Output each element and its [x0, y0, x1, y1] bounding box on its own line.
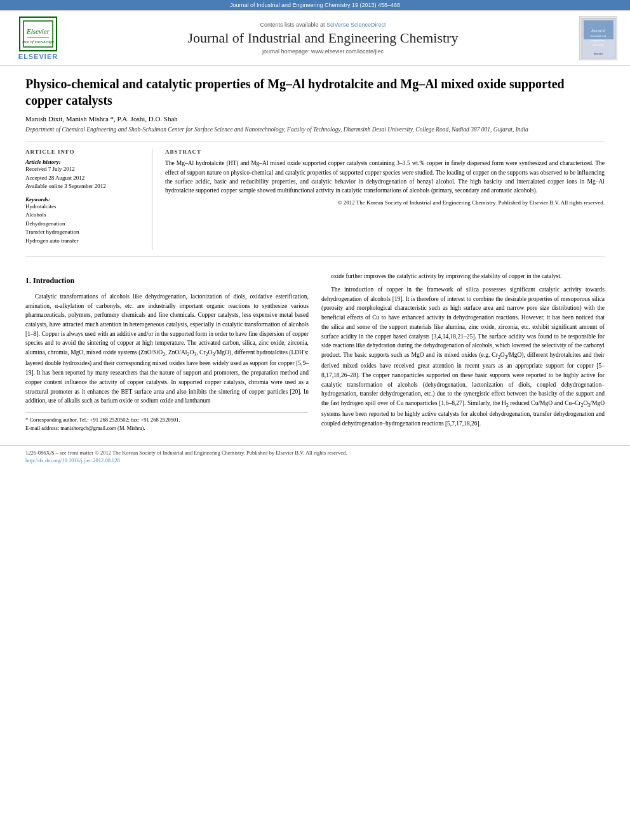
svg-text:Chemistry: Chemistry: [592, 43, 603, 46]
top-banner: Journal of Industrial and Engineering Ch…: [0, 0, 630, 10]
affiliation: Department of Chemical Engineering and S…: [25, 126, 605, 134]
svg-text:Elsevier: Elsevier: [26, 27, 50, 35]
sciverse-prefix: Contents lists available at: [260, 22, 325, 28]
banner-text: Journal of Industrial and Engineering Ch…: [230, 2, 400, 8]
keywords-section: Keywords: Hydrotalcites Alcohols Dehydro…: [25, 196, 142, 246]
abstract-column: ABSTRACT The Mg–Al hydrotalcite (HT) and…: [165, 149, 605, 250]
keyword-1: Hydrotalcites: [25, 203, 142, 211]
article-info-heading: ARTICLE INFO: [25, 149, 142, 155]
svg-text:Engineering: Engineering: [591, 39, 605, 42]
abstract-heading: ABSTRACT: [165, 149, 605, 155]
body-para-3: The introduction of copper in the framew…: [321, 285, 605, 429]
svg-text:Industrial and: Industrial and: [590, 34, 605, 37]
footer-doi: http://dx.doi.org/10.1016/j.jiec.2012.08…: [25, 457, 605, 465]
received-date: Received 7 July 2012: [25, 165, 142, 174]
journal-header: Elsevier tree of knowledge ELSEVIER Cont…: [0, 10, 630, 66]
footer-bar: 1226-086X/$ – see front matter © 2012 Th…: [0, 445, 630, 469]
content-area: Physico-chemical and catalytic propertie…: [0, 66, 630, 272]
article-history-label: Article history:: [25, 159, 142, 165]
journal-thumbnail: Journal of Industrial and Engineering Ch…: [579, 16, 617, 60]
keywords-label: Keywords:: [25, 196, 142, 203]
svg-text:Elsevier: Elsevier: [593, 52, 603, 55]
keyword-3: Dehydrogenation: [25, 220, 142, 229]
svg-text:tree of knowledge: tree of knowledge: [22, 39, 54, 44]
article-history: Article history: Received 7 July 2012 Ac…: [25, 159, 142, 191]
section-1-heading: 1. Introduction: [25, 275, 309, 287]
main-body: 1. Introduction Catalytic transformation…: [0, 272, 630, 444]
body-para-2: oxide further improves the catalytic act…: [321, 272, 605, 281]
svg-text:Journal of: Journal of: [591, 29, 606, 32]
abstract-text: The Mg–Al hydrotalcite (HT) and Mg–Al mi…: [165, 159, 605, 195]
journal-homepage: journal homepage: www.elsevier.com/locat…: [76, 48, 570, 55]
footnote-star: * Corresponding author. Tel.: +91 268 25…: [25, 416, 309, 424]
keyword-4: Transfer hydrogenation: [25, 228, 142, 237]
doi-link[interactable]: http://dx.doi.org/10.1016/j.jiec.2012.08…: [25, 457, 120, 463]
body-col-left: 1. Introduction Catalytic transformation…: [25, 272, 309, 432]
body-para-1: Catalytic transformations of alcohols li…: [25, 292, 309, 406]
body-columns: 1. Introduction Catalytic transformation…: [25, 272, 605, 432]
footer-issn: 1226-086X/$ – see front matter © 2012 Th…: [25, 449, 605, 457]
copyright-line: © 2012 The Korean Society of Industrial …: [165, 199, 605, 207]
divider-1: [25, 142, 605, 142]
footnote-area: * Corresponding author. Tel.: +91 268 25…: [25, 412, 309, 432]
footnote-email: E-mail address: manishorgch@gmail.com (M…: [25, 424, 309, 432]
journal-main-title: Journal of Industrial and Engineering Ch…: [76, 30, 570, 46]
journal-title-block: Contents lists available at SciVerse Sci…: [76, 22, 570, 55]
sciverse-link[interactable]: SciVerse ScienceDirect: [326, 22, 386, 28]
sciverse-line: Contents lists available at SciVerse Sci…: [76, 22, 570, 28]
accepted-date: Accepted 28 August 2012: [25, 174, 142, 183]
keyword-5: Hydrogen auto transfer: [25, 237, 142, 246]
body-col-right: oxide further improves the catalytic act…: [321, 272, 605, 432]
elsevier-text: ELSEVIER: [18, 53, 58, 60]
elsevier-logo: Elsevier tree of knowledge ELSEVIER: [13, 17, 64, 60]
divider-2: [25, 257, 605, 257]
available-online: Available online 3 September 2012: [25, 182, 142, 191]
paper-title: Physico-chemical and catalytic propertie…: [25, 76, 605, 109]
article-info: ARTICLE INFO Article history: Received 7…: [25, 149, 152, 250]
elsevier-logo-box: Elsevier tree of knowledge: [19, 17, 57, 51]
keyword-2: Alcohols: [25, 211, 142, 220]
article-info-abstract: ARTICLE INFO Article history: Received 7…: [25, 149, 605, 250]
authors: Manish Dixit, Manish Mishra *, P.A. Josh…: [25, 115, 605, 123]
